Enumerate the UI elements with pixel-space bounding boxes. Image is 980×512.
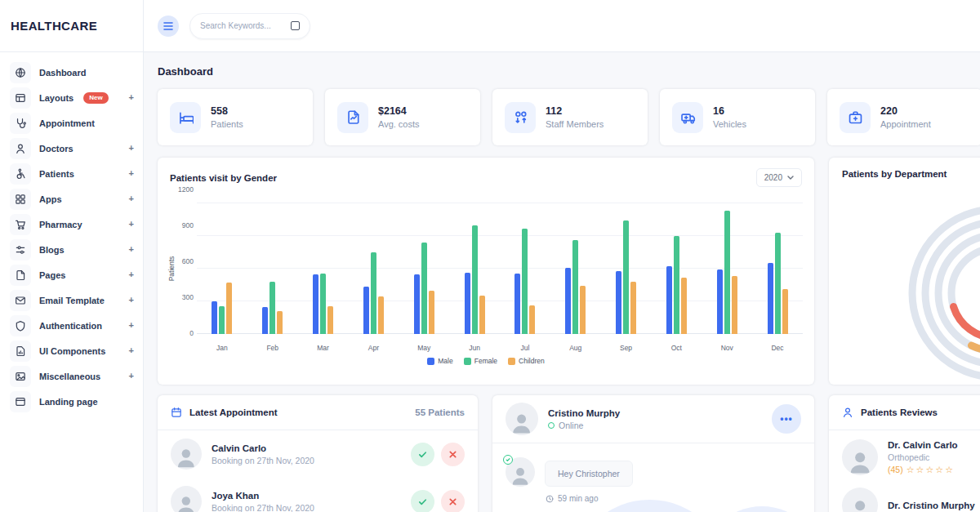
sidebar-item-miscellaneous[interactable]: Miscellaneous+ [0,363,143,389]
sidebar-item-label: Appointment [39,118,95,128]
cancel-appointment-button[interactable] [441,443,465,466]
bar-children [529,305,535,334]
bar-female [623,220,629,334]
stat-label: Staff Members [546,119,604,129]
bar-children [226,283,232,334]
x-tick-label: Feb [247,344,298,352]
submenu-expand-icon: + [129,372,134,381]
check-icon [418,450,427,459]
bar-group [550,203,601,334]
legend-swatch [508,358,515,365]
search-box [189,13,310,39]
stethoscope-icon [10,113,31,134]
x-tick-label: Apr [348,344,399,352]
bar-group [601,203,652,334]
sidebar-item-pharmacy[interactable]: Pharmacy+ [0,211,143,237]
bar-male [616,271,621,334]
legend-swatch [464,358,471,365]
sidebar-item-label: Layouts [39,93,74,103]
sidebar-menu: DashboardLayoutsNew+AppointmentDoctors+P… [0,52,143,414]
user-icon [10,138,31,159]
bar-female [421,243,427,334]
legend-item-children: Children [508,357,545,365]
sidebar-item-doctors[interactable]: Doctors+ [0,136,143,161]
stat-card-appointment: 220Appointment [827,89,980,145]
latest-appointment-card: Latest Appointment 55 Patients Calvin Ca… [158,395,478,512]
avatar [842,488,878,512]
chevron-down-icon [787,176,794,180]
check-icon [418,497,427,506]
chat-menu-button[interactable]: ••• [772,404,801,434]
file-invoice-icon [337,102,368,133]
doctor-specialty: Orthopedic [888,452,958,462]
bed-icon [170,102,201,133]
bar-male [363,287,369,334]
y-tick-label: 1200 [178,185,194,194]
submenu-expand-icon: + [129,220,134,229]
x-tick-label: Dec [752,344,803,352]
search-shortcut-icon[interactable] [291,21,300,30]
sidebar-item-landing-page[interactable]: Landing page [0,389,143,414]
avatar [506,403,538,435]
bar-male [262,307,268,334]
bar-group [197,203,247,334]
accept-appointment-button[interactable] [411,490,434,512]
bar-female [320,274,326,334]
review-row: Dr. Cristino Murphy [829,484,980,512]
stat-text: $2164Avg. costs [378,105,420,129]
sidebar-item-label: Email Template [39,296,105,305]
bar-group [752,203,803,334]
sidebar-item-patients[interactable]: Patients+ [0,161,143,186]
submenu-expand-icon: + [129,194,134,203]
sidebar: HEALTHCARE DashboardLayoutsNew+Appointme… [0,0,144,512]
y-tick-label: 300 [182,293,194,301]
chat-watermark [701,506,814,512]
search-input[interactable] [200,21,278,30]
chat-body: Hey Christopher 59 min ago Hello Cristin… [492,457,814,512]
year-select[interactable]: 2020 [756,168,802,187]
accept-appointment-button[interactable] [411,443,434,466]
sidebar-item-dashboard[interactable]: Dashboard [0,60,143,85]
stat-value: 558 [211,105,243,117]
bar-children [429,291,434,334]
chat-contact-name: Cristino Murphy [548,408,620,418]
sidebar-item-appointment[interactable]: Appointment [0,110,143,136]
app-logo: HEALTHCARE [0,0,143,52]
sidebar-item-authentication[interactable]: Authentication+ [0,313,143,338]
bar-female [371,252,376,334]
y-tick-label: 600 [182,257,194,265]
staff-icon [505,102,536,133]
sidebar-item-pages[interactable]: Pages+ [0,262,143,287]
sidebar-item-apps[interactable]: Apps+ [0,186,143,211]
x-tick-label: Aug [550,344,601,352]
appointment-row: Calvin Carlo Booking on 27th Nov, 2020 [158,430,478,478]
sidebar-item-label: Patients [39,169,74,179]
sidebar-item-email-template[interactable]: Email Template+ [0,287,143,313]
submenu-expand-icon: + [129,93,134,102]
sidebar-item-ui-components[interactable]: UI Components+ [0,338,143,363]
bar-group [702,203,752,334]
bar-group [399,203,449,334]
user-icon [842,407,853,418]
bar-male [313,274,318,334]
legend-item-male: Male [427,357,452,365]
x-axis-labels: JanFebMarAprMayJunJulAugSepOctNovDec [197,344,803,352]
doctor-name: Dr. Calvin Carlo [888,440,958,450]
appointment-date: Booking on 27th Nov, 2020 [212,456,314,465]
y-axis: Patients 03006009001200 [164,197,197,341]
menu-toggle-button[interactable] [158,16,179,37]
stat-text: 16Vehicles [713,105,746,129]
x-tick-label: Sep [601,344,652,352]
file-chart-icon [10,341,31,362]
new-badge: New [83,92,108,104]
x-tick-label: May [399,344,449,352]
legend-swatch [427,358,434,365]
bar-children [277,311,283,334]
bar-groups [197,203,803,334]
bar-female [270,282,275,334]
sidebar-item-layouts[interactable]: LayoutsNew+ [0,85,143,110]
bar-female [724,211,730,334]
sidebar-item-blogs[interactable]: Blogs+ [0,237,143,262]
cancel-appointment-button[interactable] [441,490,465,512]
sidebar-item-label: Doctors [39,144,74,154]
